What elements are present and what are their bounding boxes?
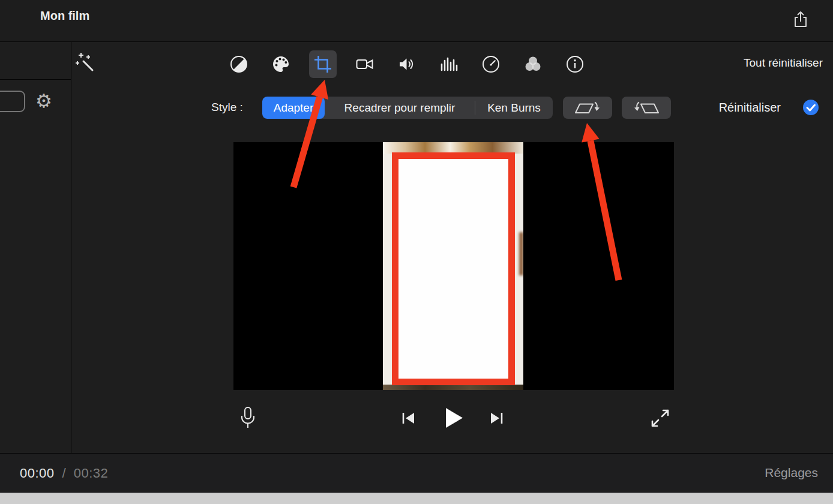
volume-button[interactable] (393, 50, 421, 78)
segment-recadrer-pour-remplir[interactable]: Recadrer pour remplir (325, 97, 475, 119)
viewer-canvas (233, 142, 674, 390)
speed-gauge-icon (482, 55, 500, 73)
clipped-left-button[interactable] (0, 91, 25, 112)
crop-overlay-rect[interactable] (392, 152, 515, 385)
auto-enhance-button[interactable] (75, 52, 97, 73)
video-content-detail (519, 232, 523, 275)
rotate-clockwise-icon (632, 100, 661, 116)
fullscreen-icon (651, 409, 670, 428)
reset-all-button[interactable]: Tout réinitialiser (744, 56, 823, 70)
skip-backward-icon (400, 411, 416, 425)
style-segmented-control: Adapter Recadrer pour remplir Ken Burns (262, 97, 553, 119)
skip-backward-button[interactable] (400, 411, 416, 425)
clip-filter-button[interactable] (519, 50, 547, 78)
info-icon (566, 55, 584, 73)
skip-forward-icon (489, 411, 505, 425)
palette-icon (272, 55, 290, 73)
play-icon (444, 407, 465, 429)
video-camera-icon (356, 55, 374, 73)
color-balance-icon (230, 55, 248, 73)
mic-icon (239, 406, 256, 430)
overlapping-circles-icon (524, 55, 542, 73)
info-button[interactable] (561, 50, 589, 78)
rotate-counterclockwise-icon (573, 100, 602, 116)
left-panel-divider (0, 79, 71, 80)
stabilization-button[interactable] (351, 50, 379, 78)
confirm-check-button[interactable] (802, 99, 819, 116)
noise-reduction-button[interactable] (435, 50, 463, 78)
titlebar: Mon film (0, 0, 833, 42)
time-separator: / (62, 466, 66, 481)
voiceover-button[interactable] (239, 406, 256, 430)
eq-bars-icon (440, 55, 458, 73)
settings-button[interactable]: Réglages (765, 466, 818, 480)
share-button[interactable] (792, 9, 809, 29)
bottom-strip (0, 493, 833, 504)
reset-label: Réinitialiser (719, 101, 781, 115)
imovie-window: Mon film ⚙ (0, 0, 833, 504)
color-correction-button[interactable] (267, 50, 295, 78)
time-display: 00:00 / 00:32 (20, 454, 108, 493)
current-time: 00:00 (20, 466, 55, 481)
blue-check-circle-icon (802, 99, 819, 116)
video-content-bottom (383, 385, 523, 390)
color-balance-button[interactable] (225, 50, 253, 78)
rotate-counterclockwise-button[interactable] (563, 97, 612, 119)
segment-adapter[interactable]: Adapter (262, 97, 325, 119)
speaker-icon (398, 55, 416, 73)
panel-divider (71, 42, 71, 453)
magic-wand-icon (75, 52, 97, 73)
segment-ken-burns[interactable]: Ken Burns (475, 97, 553, 119)
video-frame (383, 142, 523, 390)
style-label: Style : (211, 101, 243, 114)
play-button[interactable] (444, 407, 465, 429)
gear-icon[interactable]: ⚙ (35, 92, 52, 110)
share-icon (793, 10, 808, 28)
timeline-bar: 00:00 / 00:32 Réglages (0, 453, 833, 493)
speed-button[interactable] (477, 50, 505, 78)
crop-tool-button[interactable] (309, 50, 337, 78)
skip-forward-button[interactable] (489, 411, 505, 425)
rotate-clockwise-button[interactable] (622, 97, 671, 119)
fullscreen-button[interactable] (651, 409, 670, 428)
total-duration: 00:32 (74, 466, 109, 481)
window-title: Mon film (40, 9, 89, 23)
crop-icon (314, 55, 332, 73)
